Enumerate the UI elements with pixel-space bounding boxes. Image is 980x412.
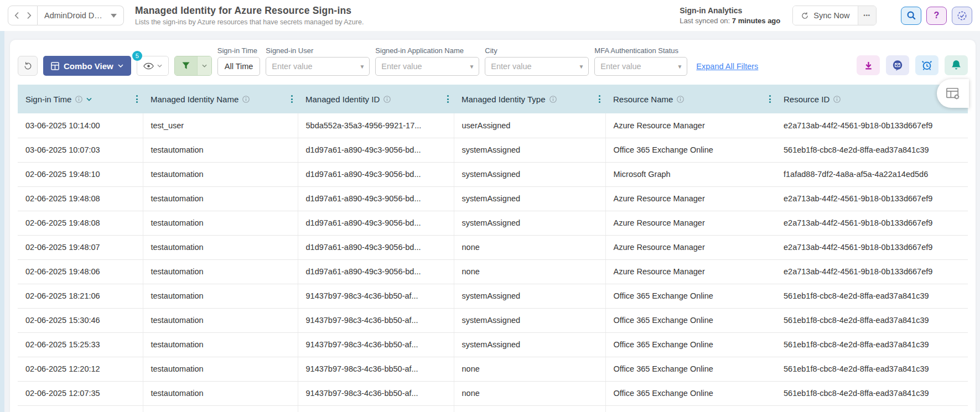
column-header-managed-identity-type[interactable]: Managed Identity Type — [454, 85, 605, 113]
column-header-resource-name[interactable]: Resource Name — [605, 85, 776, 113]
cell-sign-in-time: 02-06-2025 18:21:06 — [18, 284, 143, 308]
chevron-down-icon[interactable]: ▼ — [574, 64, 588, 70]
table-row[interactable]: 02-06-2025 19:48:06testautomationd1d97a6… — [18, 259, 968, 284]
cell-resource-name: Office 365 Exchange Online — [605, 357, 776, 381]
cell-resource-name: Microsoft Graph — [605, 162, 776, 186]
column-header-managed-identity-name[interactable]: Managed Identity Name — [143, 85, 298, 113]
cell-resource-id: e2a713ab-44f2-4561-9b18-0b133d667ef9 — [776, 259, 968, 284]
cell-resource-id: e2a713ab-44f2-4561-9b18-0b133d667ef9 — [776, 113, 968, 138]
chevron-right-icon[interactable] — [23, 8, 35, 23]
table-row[interactable]: 02-06-2025 15:25:33testautomation91437b9… — [18, 332, 968, 357]
download-button[interactable] — [857, 55, 880, 75]
cell-managed-identity-id: d1d97a61-a890-49c3-9056-bd... — [298, 211, 454, 235]
cell-sign-in-time: 02-06-2025 12:07:35 — [18, 381, 143, 405]
kebab-menu-icon[interactable] — [768, 93, 772, 105]
expand-all-filters-link[interactable]: Expand All Filters — [696, 62, 758, 71]
table-row[interactable]: 02-06-2025 12:20:12testautomation91437b9… — [18, 357, 968, 381]
sync-now-button[interactable]: Sync Now — [793, 6, 857, 25]
top-header: AdminDroid De... Managed Identity for Az… — [0, 0, 980, 31]
cell-managed-identity-name: test_user — [143, 113, 298, 138]
scheduled-tasks-button[interactable] — [952, 7, 972, 25]
table-row[interactable]: 02-06-2025 18:21:06testautomation91437b9… — [18, 284, 968, 308]
cell-managed-identity-id: 91437b97-98c3-4c36-bb50-af... — [298, 284, 454, 308]
cell-resource-name: Office 365 Exchange Online — [605, 308, 776, 332]
info-icon[interactable] — [75, 96, 82, 103]
cell-managed-identity-name: testautomation — [143, 259, 298, 284]
table-row[interactable]: 02-06-2025 12:07:35testautomation91437b9… — [18, 381, 968, 405]
mfa-status-input[interactable] — [595, 62, 672, 71]
filter-button[interactable] — [175, 56, 197, 75]
chat-icon — [891, 59, 904, 71]
chevron-left-icon[interactable] — [11, 8, 23, 23]
kebab-menu-icon[interactable] — [134, 93, 139, 105]
cell-sign-in-time: 02-06-2025 19:48:07 — [18, 235, 143, 259]
table-row[interactable]: 02-06-2025 19:48:08testautomationd1d97a6… — [18, 186, 968, 211]
data-grid: Sign-in Time Managed Identity Name — [18, 85, 968, 412]
chevron-down-icon[interactable]: ▼ — [464, 64, 479, 70]
table-row[interactable] — [18, 405, 968, 412]
reset-button[interactable] — [18, 56, 38, 76]
cell-resource-name: Office 365 Exchange Online — [605, 381, 776, 405]
cell-managed-identity-type: none — [454, 235, 605, 259]
cell-sign-in-time: 02-06-2025 15:25:33 — [18, 332, 143, 357]
cell-resource-id: e2a713ab-44f2-4561-9b18-0b133d667ef9 — [776, 186, 968, 211]
kebab-menu-icon[interactable] — [289, 93, 294, 105]
cell-sign-in-time — [18, 405, 143, 412]
cell-resource-id: f1afad88-7df2-4a8a-af5a-4a22a14ed5d6 — [776, 162, 968, 186]
kebab-menu-icon[interactable] — [445, 93, 450, 105]
table-row[interactable]: 02-06-2025 19:48:08testautomationd1d97a6… — [18, 211, 968, 235]
cell-managed-identity-type: systemAssigned — [454, 186, 605, 211]
application-name-input[interactable] — [376, 62, 464, 71]
cell-resource-name: Azure Resource Manager — [605, 211, 776, 235]
kebab-menu-icon[interactable] — [597, 93, 602, 105]
signin-time-button[interactable]: All Time — [217, 57, 261, 76]
sync-status: Sign-in Analytics Last synced on: 7 minu… — [680, 6, 780, 25]
cell-managed-identity-name — [143, 405, 298, 412]
alerts-button[interactable] — [945, 55, 968, 75]
table-row[interactable]: 02-06-2025 19:48:07testautomationd1d97a6… — [18, 235, 968, 259]
info-icon[interactable] — [677, 96, 684, 103]
city-input[interactable] — [485, 62, 574, 71]
column-header-managed-identity-id[interactable]: Managed Identity ID — [298, 85, 454, 113]
sort-down-icon[interactable] — [86, 97, 92, 101]
filter-label: Signed-in User — [266, 46, 370, 55]
signed-in-user-input[interactable] — [266, 62, 355, 71]
cell-managed-identity-id: 91437b97-98c3-4c36-bb50-af... — [298, 357, 454, 381]
cell-managed-identity-name: testautomation — [143, 211, 298, 235]
cell-managed-identity-id: d1d97a61-a890-49c3-9056-bd... — [298, 235, 454, 259]
table-body: 03-06-2025 10:14:00test_user5bda552a-35a… — [18, 113, 968, 412]
column-header-sign-in-time[interactable]: Sign-in Time — [18, 85, 143, 113]
table-row[interactable]: 03-06-2025 10:07:03testautomationd1d97a6… — [18, 138, 968, 162]
info-icon[interactable] — [383, 96, 391, 103]
chevron-down-icon[interactable]: ▼ — [672, 64, 687, 70]
chevron-down-icon[interactable]: ▼ — [355, 64, 369, 70]
info-icon[interactable] — [833, 96, 841, 103]
cell-managed-identity-name: testautomation — [143, 186, 298, 211]
search-button[interactable] — [901, 7, 921, 25]
cell-resource-id: 561eb1f8-cbc8-4e2d-8ffa-ead37a841c39 — [776, 284, 968, 308]
cell-resource-id: 561eb1f8-cbc8-4e2d-8ffa-ead37a841c39 — [776, 381, 968, 405]
table-row[interactable]: 02-06-2025 15:30:46testautomation91437b9… — [18, 308, 968, 332]
column-chooser-button[interactable] — [937, 79, 969, 108]
feedback-button[interactable] — [886, 55, 909, 75]
more-options-button[interactable]: ••• — [858, 6, 876, 25]
table-row[interactable]: 03-06-2025 10:14:00test_user5bda552a-35a… — [18, 113, 968, 138]
page-subtitle: Lists the sign-ins by Azure resources th… — [135, 18, 364, 26]
reset-icon — [23, 61, 33, 71]
cell-sign-in-time: 03-06-2025 10:14:00 — [18, 113, 143, 138]
cell-managed-identity-name: testautomation — [143, 357, 298, 381]
combo-view-button[interactable]: Combo View — [43, 56, 131, 76]
info-icon[interactable] — [549, 96, 557, 103]
view-options-button[interactable] — [137, 56, 169, 76]
filter-dropdown-button[interactable] — [197, 56, 211, 75]
workspace-dropdown[interactable]: AdminDroid De... — [38, 6, 124, 25]
help-button[interactable]: ? — [926, 7, 947, 25]
cell-managed-identity-id: 91437b97-98c3-4c36-bb50-af... — [298, 332, 454, 357]
cell-resource-id: 561eb1f8-cbc8-4e2d-8ffa-ead37a841c39 — [776, 138, 968, 162]
table-row[interactable]: 02-06-2025 19:48:10testautomationd1d97a6… — [18, 162, 968, 186]
info-icon[interactable] — [242, 96, 250, 103]
filter-signin-time: Sign-in Time All Time — [217, 46, 261, 76]
schedule-button[interactable] — [915, 55, 938, 75]
cell-managed-identity-type: none — [454, 381, 605, 405]
cell-managed-identity-type: systemAssigned — [454, 162, 605, 186]
